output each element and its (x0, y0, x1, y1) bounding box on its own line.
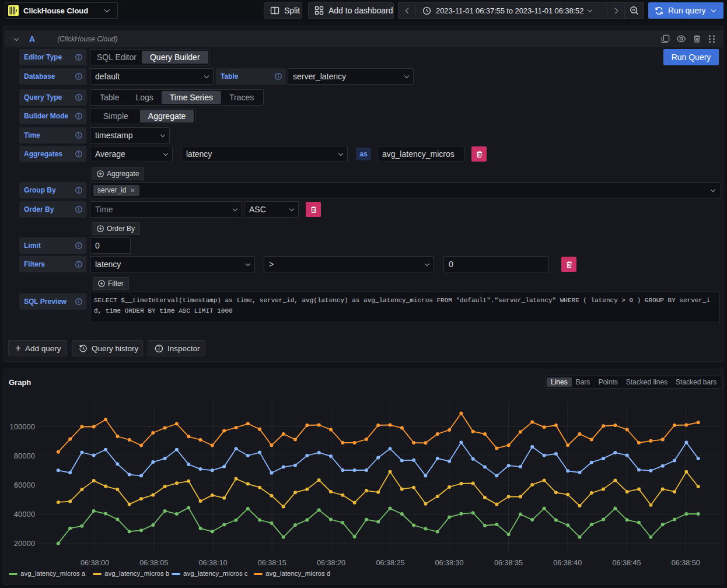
svg-text:06:38:40: 06:38:40 (553, 559, 582, 567)
svg-text:06:38:45: 06:38:45 (612, 559, 641, 567)
svg-text:06:38:35: 06:38:35 (494, 559, 523, 567)
svg-text:06:38:25: 06:38:25 (376, 559, 404, 567)
svg-text:60000: 60000 (14, 481, 35, 489)
svg-text:06:38:15: 06:38:15 (258, 559, 286, 567)
svg-text:40000: 40000 (14, 510, 35, 519)
svg-text:80000: 80000 (14, 452, 35, 460)
svg-text:06:38:05: 06:38:05 (139, 559, 168, 567)
svg-text:06:38:00: 06:38:00 (81, 559, 109, 567)
svg-text:06:38:30: 06:38:30 (435, 559, 464, 567)
svg-text:06:38:10: 06:38:10 (198, 559, 227, 567)
svg-text:06:38:50: 06:38:50 (672, 559, 700, 567)
svg-text:06:38:20: 06:38:20 (317, 559, 345, 567)
svg-text:20000: 20000 (14, 539, 35, 548)
svg-text:100000: 100000 (10, 422, 35, 431)
